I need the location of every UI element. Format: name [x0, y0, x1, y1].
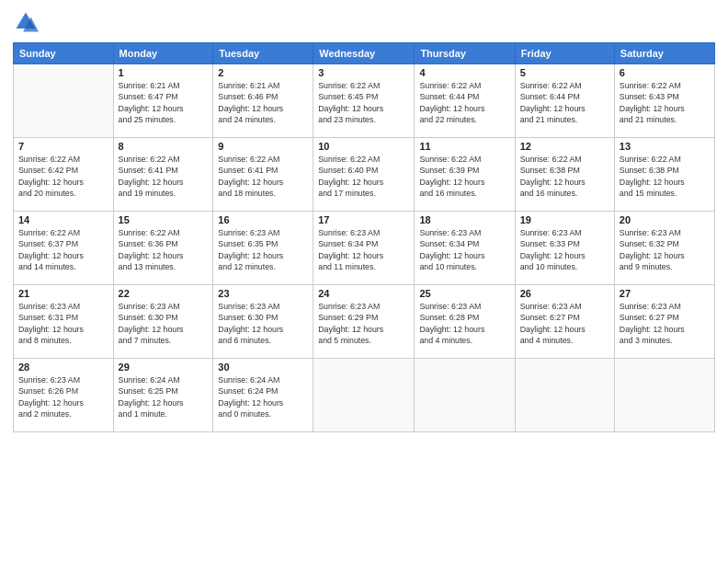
- day-info: Sunrise: 6:23 AMSunset: 6:32 PMDaylight:…: [620, 227, 710, 272]
- calendar-cell: 16Sunrise: 6:23 AMSunset: 6:35 PMDayligh…: [213, 212, 313, 285]
- calendar-cell: 21Sunrise: 6:23 AMSunset: 6:31 PMDayligh…: [14, 285, 114, 359]
- day-number: 14: [18, 214, 108, 225]
- calendar-cell: 19Sunrise: 6:23 AMSunset: 6:33 PMDayligh…: [515, 212, 614, 285]
- day-number: 1: [119, 67, 209, 78]
- calendar-cell: 5Sunrise: 6:22 AMSunset: 6:44 PMDaylight…: [515, 64, 614, 138]
- day-info: Sunrise: 6:21 AMSunset: 6:47 PMDaylight:…: [119, 80, 209, 125]
- day-number: 12: [520, 141, 609, 152]
- weekday-header-sunday: Sunday: [14, 43, 114, 64]
- day-info: Sunrise: 6:24 AMSunset: 6:25 PMDaylight:…: [119, 374, 209, 419]
- day-number: 3: [318, 67, 409, 78]
- day-info: Sunrise: 6:22 AMSunset: 6:36 PMDaylight:…: [119, 227, 209, 272]
- weekday-header-thursday: Thursday: [415, 43, 515, 64]
- day-number: 21: [18, 288, 108, 299]
- day-number: 19: [520, 214, 609, 225]
- day-number: 9: [218, 141, 308, 152]
- calendar-cell: 13Sunrise: 6:22 AMSunset: 6:38 PMDayligh…: [614, 138, 714, 212]
- calendar-cell: 4Sunrise: 6:22 AMSunset: 6:44 PMDaylight…: [415, 64, 515, 138]
- day-info: Sunrise: 6:22 AMSunset: 6:44 PMDaylight:…: [419, 80, 509, 125]
- day-info: Sunrise: 6:22 AMSunset: 6:43 PMDaylight:…: [620, 80, 710, 125]
- day-info: Sunrise: 6:23 AMSunset: 6:31 PMDaylight:…: [18, 301, 108, 346]
- calendar-cell: 15Sunrise: 6:22 AMSunset: 6:36 PMDayligh…: [113, 212, 213, 285]
- calendar-cell: [614, 359, 714, 432]
- day-number: 27: [620, 288, 710, 299]
- calendar-cell: [415, 359, 515, 432]
- day-info: Sunrise: 6:23 AMSunset: 6:34 PMDaylight:…: [419, 227, 509, 272]
- calendar-cell: 27Sunrise: 6:23 AMSunset: 6:27 PMDayligh…: [614, 285, 714, 359]
- calendar-cell: 6Sunrise: 6:22 AMSunset: 6:43 PMDaylight…: [614, 64, 714, 138]
- calendar-cell: 25Sunrise: 6:23 AMSunset: 6:28 PMDayligh…: [415, 285, 515, 359]
- day-info: Sunrise: 6:23 AMSunset: 6:27 PMDaylight:…: [620, 301, 710, 346]
- day-info: Sunrise: 6:22 AMSunset: 6:37 PMDaylight:…: [18, 227, 108, 272]
- day-number: 6: [620, 67, 710, 78]
- calendar-cell: [313, 359, 415, 432]
- day-number: 18: [419, 214, 509, 225]
- day-number: 7: [18, 141, 108, 152]
- week-row-1: 7Sunrise: 6:22 AMSunset: 6:42 PMDaylight…: [14, 138, 715, 212]
- weekday-header-saturday: Saturday: [614, 43, 714, 64]
- day-number: 23: [218, 288, 308, 299]
- day-number: 25: [419, 288, 509, 299]
- weekday-header-monday: Monday: [113, 43, 213, 64]
- calendar-cell: 26Sunrise: 6:23 AMSunset: 6:27 PMDayligh…: [515, 285, 614, 359]
- day-number: 11: [419, 141, 509, 152]
- calendar-cell: 9Sunrise: 6:22 AMSunset: 6:41 PMDaylight…: [213, 138, 313, 212]
- day-number: 29: [119, 362, 209, 373]
- day-info: Sunrise: 6:23 AMSunset: 6:29 PMDaylight:…: [318, 301, 409, 346]
- calendar-cell: 3Sunrise: 6:22 AMSunset: 6:45 PMDaylight…: [313, 64, 415, 138]
- day-info: Sunrise: 6:23 AMSunset: 6:28 PMDaylight:…: [419, 301, 509, 346]
- calendar-cell: [14, 64, 114, 138]
- day-info: Sunrise: 6:23 AMSunset: 6:27 PMDaylight:…: [520, 301, 609, 346]
- day-info: Sunrise: 6:22 AMSunset: 6:40 PMDaylight:…: [318, 154, 409, 199]
- day-number: 20: [620, 214, 710, 225]
- logo: [13, 9, 40, 35]
- weekday-header-row: SundayMondayTuesdayWednesdayThursdayFrid…: [14, 43, 715, 64]
- day-number: 2: [218, 67, 308, 78]
- day-info: Sunrise: 6:22 AMSunset: 6:38 PMDaylight:…: [620, 154, 710, 199]
- day-number: 13: [620, 141, 710, 152]
- week-row-3: 21Sunrise: 6:23 AMSunset: 6:31 PMDayligh…: [14, 285, 715, 359]
- day-info: Sunrise: 6:22 AMSunset: 6:44 PMDaylight:…: [520, 80, 609, 125]
- day-number: 8: [119, 141, 209, 152]
- calendar-cell: 22Sunrise: 6:23 AMSunset: 6:30 PMDayligh…: [113, 285, 213, 359]
- calendar-cell: 28Sunrise: 6:23 AMSunset: 6:26 PMDayligh…: [14, 359, 114, 432]
- day-info: Sunrise: 6:23 AMSunset: 6:30 PMDaylight:…: [218, 301, 308, 346]
- day-info: Sunrise: 6:23 AMSunset: 6:26 PMDaylight:…: [18, 374, 108, 419]
- header: [13, 9, 715, 35]
- week-row-0: 1Sunrise: 6:21 AMSunset: 6:47 PMDaylight…: [14, 64, 715, 138]
- calendar-cell: 8Sunrise: 6:22 AMSunset: 6:41 PMDaylight…: [113, 138, 213, 212]
- calendar-cell: 1Sunrise: 6:21 AMSunset: 6:47 PMDaylight…: [113, 64, 213, 138]
- calendar-cell: 29Sunrise: 6:24 AMSunset: 6:25 PMDayligh…: [113, 359, 213, 432]
- day-number: 5: [520, 67, 609, 78]
- day-number: 22: [119, 288, 209, 299]
- day-info: Sunrise: 6:22 AMSunset: 6:39 PMDaylight:…: [419, 154, 509, 199]
- calendar-cell: 24Sunrise: 6:23 AMSunset: 6:29 PMDayligh…: [313, 285, 415, 359]
- calendar-cell: [515, 359, 614, 432]
- day-number: 30: [218, 362, 308, 373]
- week-row-4: 28Sunrise: 6:23 AMSunset: 6:26 PMDayligh…: [14, 359, 715, 432]
- day-number: 28: [18, 362, 108, 373]
- logo-icon: [13, 9, 39, 35]
- day-number: 4: [419, 67, 509, 78]
- weekday-header-friday: Friday: [515, 43, 614, 64]
- day-number: 15: [119, 214, 209, 225]
- calendar-cell: 30Sunrise: 6:24 AMSunset: 6:24 PMDayligh…: [213, 359, 313, 432]
- day-info: Sunrise: 6:22 AMSunset: 6:45 PMDaylight:…: [318, 80, 409, 125]
- day-info: Sunrise: 6:23 AMSunset: 6:35 PMDaylight:…: [218, 227, 308, 272]
- day-info: Sunrise: 6:23 AMSunset: 6:33 PMDaylight:…: [520, 227, 609, 272]
- day-info: Sunrise: 6:21 AMSunset: 6:46 PMDaylight:…: [218, 80, 308, 125]
- day-info: Sunrise: 6:22 AMSunset: 6:42 PMDaylight:…: [18, 154, 108, 199]
- day-info: Sunrise: 6:23 AMSunset: 6:34 PMDaylight:…: [318, 227, 409, 272]
- calendar-cell: 12Sunrise: 6:22 AMSunset: 6:38 PMDayligh…: [515, 138, 614, 212]
- calendar-cell: 11Sunrise: 6:22 AMSunset: 6:39 PMDayligh…: [415, 138, 515, 212]
- day-number: 10: [318, 141, 409, 152]
- day-info: Sunrise: 6:24 AMSunset: 6:24 PMDaylight:…: [218, 374, 308, 419]
- calendar-cell: 18Sunrise: 6:23 AMSunset: 6:34 PMDayligh…: [415, 212, 515, 285]
- day-number: 17: [318, 214, 409, 225]
- weekday-header-tuesday: Tuesday: [213, 43, 313, 64]
- calendar-cell: 23Sunrise: 6:23 AMSunset: 6:30 PMDayligh…: [213, 285, 313, 359]
- page: SundayMondayTuesdayWednesdayThursdayFrid…: [0, 0, 728, 563]
- day-number: 26: [520, 288, 609, 299]
- calendar-cell: 7Sunrise: 6:22 AMSunset: 6:42 PMDaylight…: [14, 138, 114, 212]
- calendar-cell: 17Sunrise: 6:23 AMSunset: 6:34 PMDayligh…: [313, 212, 415, 285]
